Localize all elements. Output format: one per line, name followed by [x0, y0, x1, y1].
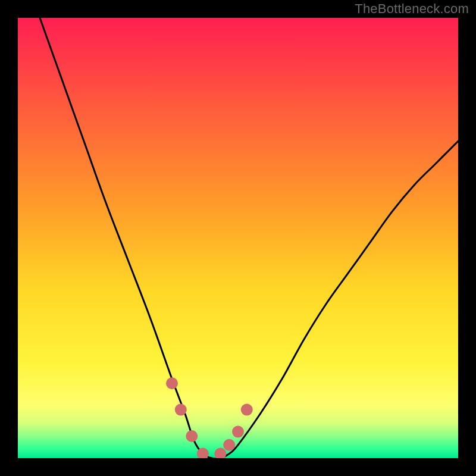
chart-frame: TheBottleneck.com: [0, 0, 476, 476]
chart-marker: [241, 404, 253, 416]
chart-marker: [223, 439, 235, 451]
chart-svg: [18, 18, 458, 458]
chart-marker: [175, 404, 187, 416]
watermark-text: TheBottleneck.com: [355, 1, 469, 17]
chart-marker: [232, 426, 244, 438]
chart-plot-area: [18, 18, 458, 458]
chart-marker: [166, 377, 178, 389]
chart-background: [18, 18, 458, 458]
chart-marker: [186, 430, 198, 442]
